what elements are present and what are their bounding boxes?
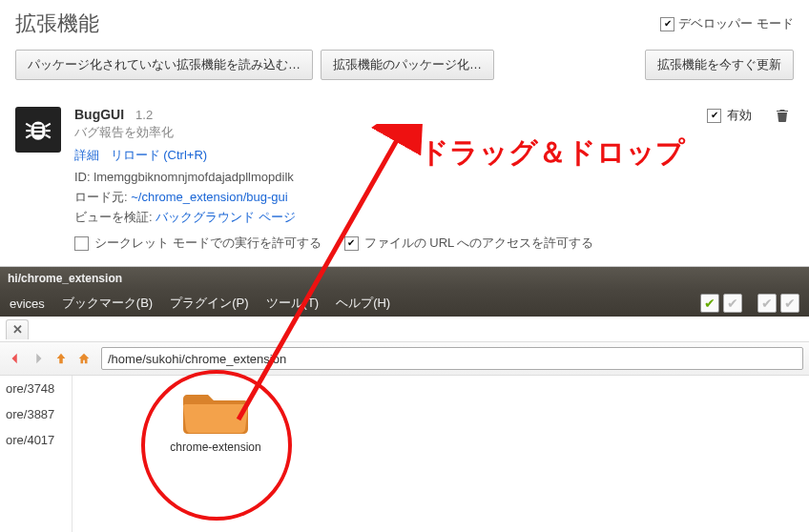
fm-body: ore/3748 ore/3887 ore/4017 chrome-extens… (0, 376, 809, 532)
nav-up-icon[interactable] (52, 349, 71, 368)
svg-line-4 (26, 124, 31, 127)
extension-inspect-label: ビューを検証: (74, 210, 153, 224)
nav-home-icon[interactable] (74, 349, 93, 368)
perm-file-url-checkbox[interactable] (344, 236, 359, 251)
extension-loaded-from-link[interactable]: ~/chrome_extension/bug-gui (131, 190, 287, 204)
developer-mode-checkbox[interactable] (660, 17, 674, 31)
folder-icon (183, 385, 248, 437)
extensions-page: 拡張機能 デベロッパー モード パッケージ化されていない拡張機能を読み込む… 拡… (0, 0, 809, 252)
perm-incognito-label: シークレット モードでの実行を許可する (94, 235, 322, 252)
perm-incognito-toggle[interactable]: シークレット モードでの実行を許可する (74, 235, 322, 252)
extension-inspect-link[interactable]: バックグラウンド ページ (156, 210, 296, 224)
load-unpacked-button[interactable]: パッケージ化されていない拡張機能を読み込む… (15, 50, 313, 80)
perm-file-url-label: ファイルの URL へのアクセスを許可する (364, 235, 594, 252)
nav-forward-icon[interactable] (29, 349, 48, 368)
fm-file-area[interactable]: chrome-extension (72, 376, 809, 532)
extensions-header: 拡張機能 デベロッパー モード (15, 10, 794, 38)
fm-tab-close-button[interactable]: ✕ (6, 319, 29, 339)
svg-line-9 (45, 134, 50, 137)
fm-status-toggle-4[interactable]: ✔ (780, 294, 799, 313)
perm-file-url-toggle[interactable]: ファイルの URL へのアクセスを許可する (344, 235, 594, 252)
fm-titlebar: hi/chrome_extension (0, 267, 809, 290)
folder-label: chrome-extension (163, 440, 268, 455)
extension-detail-link[interactable]: 詳細 (74, 148, 99, 162)
svg-line-7 (45, 124, 50, 127)
fm-title-path: hi/chrome_extension (8, 272, 122, 285)
fm-toolbar: /home/sukohi/chrome_extension (0, 342, 809, 376)
fm-menubar: evices ブックマーク(B) プラグイン(P) ツール(T) ヘルプ(H) … (0, 290, 809, 317)
pack-extension-button[interactable]: 拡張機能のパッケージ化… (321, 50, 494, 80)
fm-menu-tools[interactable]: ツール(T) (266, 295, 320, 312)
extension-enable-checkbox[interactable] (707, 109, 721, 123)
extension-name: BugGUI (74, 107, 124, 122)
extension-enable-label: 有効 (727, 107, 752, 124)
file-manager-window: hi/chrome_extension evices ブックマーク(B) プラグ… (0, 266, 809, 532)
fm-status-toggles: ✔ ✔ ✔ ✔ (700, 294, 799, 313)
perm-incognito-checkbox[interactable] (74, 236, 89, 251)
extensions-toolbar: パッケージ化されていない拡張機能を読み込む… 拡張機能のパッケージ化… 拡張機能… (15, 50, 794, 80)
extension-item: BugGUI 1.2 バグ報告を効率化 詳細 リロード (Ctrl+R) ID:… (15, 107, 794, 252)
fm-menu-plugins[interactable]: プラグイン(P) (170, 295, 248, 312)
page-title: 拡張機能 (15, 10, 99, 38)
fm-menu-devices[interactable]: evices (10, 297, 45, 311)
extension-controls: 有効 (707, 107, 794, 124)
fm-path-input[interactable]: /home/sukohi/chrome_extension (101, 347, 803, 370)
fm-tabbar: ✕ (0, 317, 809, 342)
fm-menu-bookmarks[interactable]: ブックマーク(B) (62, 295, 153, 312)
developer-mode-label: デベロッパー モード (678, 15, 794, 32)
folder-chrome-extension[interactable]: chrome-extension (163, 385, 268, 455)
extension-enable-toggle[interactable]: 有効 (707, 107, 752, 124)
extension-reload-link[interactable]: リロード (Ctrl+R) (111, 148, 207, 162)
sidebar-item-4017[interactable]: ore/4017 (0, 427, 72, 453)
extension-description: バグ報告を効率化 (74, 124, 794, 141)
sidebar-item-3748[interactable]: ore/3748 (0, 376, 72, 401)
developer-mode-toggle[interactable]: デベロッパー モード (660, 15, 794, 32)
fm-menu-help[interactable]: ヘルプ(H) (336, 295, 390, 312)
extension-details: BugGUI 1.2 バグ報告を効率化 詳細 リロード (Ctrl+R) ID:… (74, 107, 794, 252)
fm-sidebar: ore/3748 ore/3887 ore/4017 (0, 376, 72, 532)
extension-id-label: ID: (74, 170, 91, 184)
extension-version: 1.2 (135, 108, 153, 122)
svg-line-6 (26, 134, 31, 137)
fm-path-text: /home/sukohi/chrome_extension (108, 352, 286, 366)
update-now-button[interactable]: 拡張機能を今すぐ更新 (645, 50, 794, 80)
trash-icon[interactable] (775, 108, 790, 123)
nav-back-icon[interactable] (6, 349, 25, 368)
fm-status-toggle-1[interactable]: ✔ (700, 294, 719, 313)
fm-status-toggle-3[interactable]: ✔ (757, 294, 777, 313)
fm-status-toggle-2[interactable]: ✔ (723, 294, 742, 313)
bug-icon (15, 107, 61, 153)
sidebar-item-3887[interactable]: ore/3887 (0, 401, 72, 427)
extension-permissions: シークレット モードでの実行を許可する ファイルの URL へのアクセスを許可す… (74, 235, 794, 252)
extension-id-value: lmemggbiknomnjmofdajadpllmopdilk (93, 170, 294, 184)
extension-loaded-from-label: ロード元: (74, 190, 128, 204)
